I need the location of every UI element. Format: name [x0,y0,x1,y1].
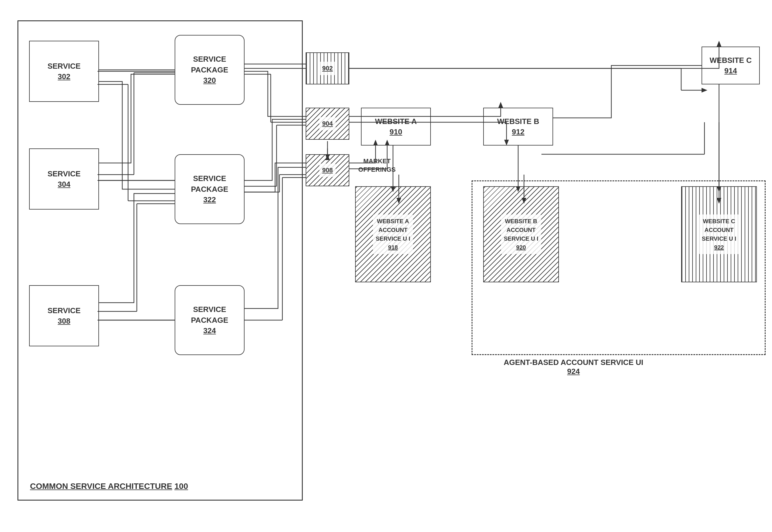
ws-c-account-box: WEBSITE CACCOUNTSERVICE U I922 [681,186,757,282]
sp-324-box: SERVICE PACKAGE 324 [175,285,245,355]
sp-322-number: 322 [203,194,216,205]
service-304-label: SERVICE [47,169,81,179]
ws-c-account-label: WEBSITE CACCOUNTSERVICE U I922 [699,214,739,254]
service-302-label: SERVICE [47,61,81,71]
website-a-label: WEBSITE A [375,116,417,127]
service-308-box: SERVICE 308 [29,285,99,346]
website-b-box: WEBSITE B 912 [483,108,553,146]
ws-b-account-label: WEBSITE BACCOUNTSERVICE U I920 [501,214,541,254]
website-b-number: 912 [512,127,524,137]
service-304-box: SERVICE 304 [29,148,99,210]
market-offerings-label: MARKET OFFERINGS [354,157,400,174]
service-308-number: 308 [58,316,70,326]
website-c-label: WEBSITE C [710,55,752,65]
diagram-container: COMMON SERVICE ARCHITECTURE 100 SERVICE … [12,12,760,520]
market-904-box: 904 [306,108,349,140]
service-302-number: 302 [58,71,70,82]
agent-based-label: AGENT-BASED ACCOUNT SERVICE UI 924 [501,358,646,376]
website-b-label: WEBSITE B [497,116,539,127]
website-a-number: 910 [389,127,402,137]
sp-322-label: SERVICE PACKAGE [175,173,244,194]
market-902-box: 902 [306,52,349,84]
csa-label: COMMON SERVICE ARCHITECTURE 100 [30,482,188,491]
website-c-number: 914 [724,65,737,76]
service-304-number: 304 [58,179,70,189]
service-308-label: SERVICE [47,305,81,316]
ws-b-account-box: WEBSITE BACCOUNTSERVICE U I920 [483,186,559,282]
sp-324-number: 324 [203,325,216,336]
market-908-box: 908 [306,154,349,186]
website-c-box: WEBSITE C 914 [702,47,760,84]
svg-marker-27 [702,88,707,93]
sp-320-label: SERVICE PACKAGE [175,54,244,75]
sp-320-box: SERVICE PACKAGE 320 [175,35,245,105]
market-904-label: 904 [319,117,336,131]
sp-324-label: SERVICE PACKAGE [175,304,244,325]
market-902-label: 902 [319,62,336,75]
service-302-box: SERVICE 302 [29,41,99,102]
ws-a-account-box: WEBSITE AACCOUNTSERVICE U I918 [355,186,431,282]
market-908-label: 908 [319,164,336,177]
sp-320-number: 320 [203,75,216,86]
svg-marker-48 [717,41,721,47]
svg-marker-49 [498,102,503,108]
website-a-box: WEBSITE A 910 [361,108,431,146]
sp-322-box: SERVICE PACKAGE 322 [175,154,245,224]
ws-a-account-label: WEBSITE AACCOUNTSERVICE U I918 [373,214,413,254]
